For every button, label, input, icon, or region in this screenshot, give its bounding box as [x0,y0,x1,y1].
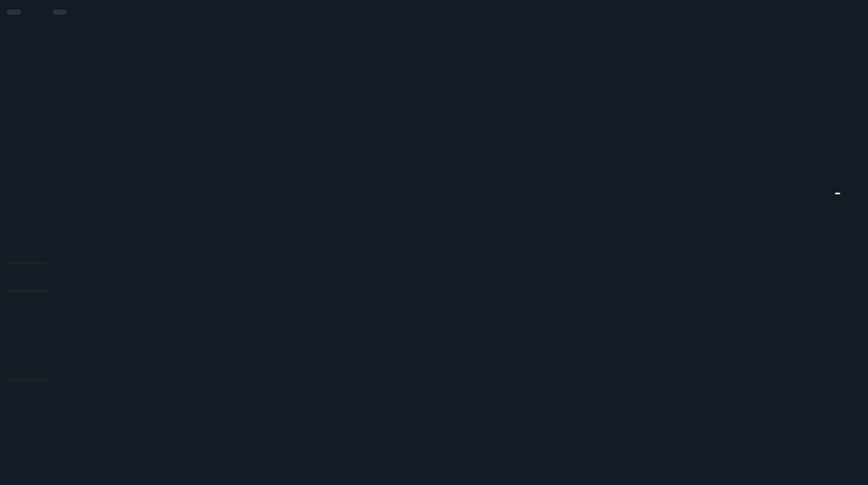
chart-canvas[interactable] [0,0,868,485]
trading-chart-app [0,0,868,485]
rsi-indicator-legend [7,378,48,382]
current-price-tag [835,193,840,194]
macd-indicator-legend [7,289,48,292]
price-type-button[interactable] [53,10,67,15]
timeframe-button[interactable] [7,10,21,15]
ma-indicator-legend [7,261,48,265]
